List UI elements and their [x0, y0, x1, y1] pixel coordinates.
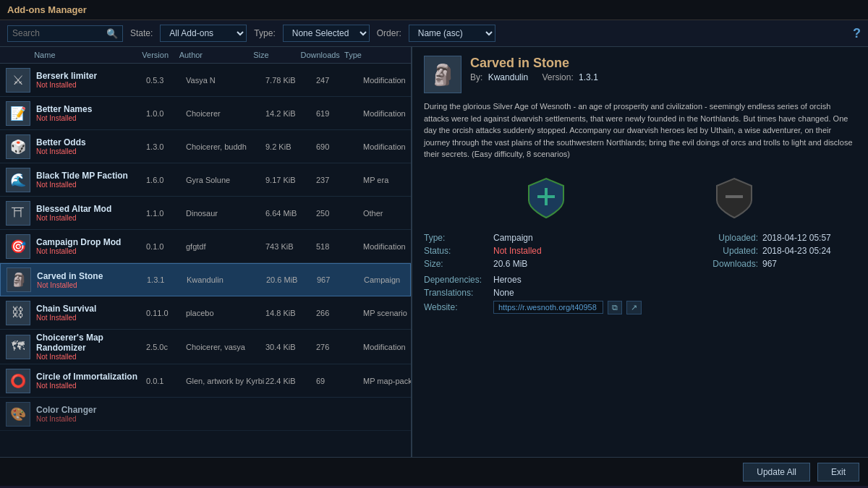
addon-status: Not Installed: [36, 247, 146, 255]
addon-author: Vasya N: [186, 76, 265, 85]
addon-type: MP scenario: [363, 309, 411, 317]
addon-downloads: 266: [316, 309, 363, 317]
detail-panel: 🗿 Carved in Stone By: Kwandulin Version:…: [412, 47, 868, 457]
addon-name: Chain Survival: [36, 304, 146, 314]
addon-downloads: 69: [316, 377, 363, 385]
addon-status: Not Installed: [37, 281, 147, 289]
addon-author: Choicerer: [186, 109, 265, 118]
update-all-button[interactable]: Update All: [743, 463, 810, 481]
addon-row[interactable]: ⚔ Berserk limiter Not Installed 0.5.3 Va…: [0, 64, 411, 97]
addon-name: Campaign Drop Mod: [36, 237, 146, 247]
addon-size: 743 KiB: [265, 242, 316, 251]
addon-type: Campaign: [364, 275, 411, 284]
toolbar: 🔍 State: All Add-ons Type: None Selected…: [0, 20, 868, 47]
website-label: Website:: [424, 302, 489, 312]
exit-button[interactable]: Exit: [817, 463, 859, 481]
addon-name-cell: Blessed Altar Mod Not Installed: [36, 204, 146, 222]
title-bar: Add-ons Manager: [0, 0, 868, 20]
website-input[interactable]: [493, 301, 603, 314]
addon-version: 1.0.0: [146, 109, 186, 118]
addon-name-cell: Better Names Not Installed: [36, 104, 146, 122]
addon-size: 22.4 KiB: [265, 377, 316, 385]
search-input[interactable]: [12, 28, 106, 38]
addon-name: Circle of Immortalization: [36, 372, 146, 382]
addon-version: 1.3.1: [147, 275, 187, 284]
addon-icon: ⛩: [6, 201, 30, 226]
install-button[interactable]: +: [524, 176, 568, 220]
addon-version: 0.11.0: [146, 309, 186, 317]
downloads-value: 967: [762, 259, 856, 269]
order-label: Order:: [377, 28, 401, 38]
addon-icon: 🎯: [6, 234, 30, 259]
uninstall-button[interactable]: [712, 176, 756, 220]
addon-name: Carved in Stone: [37, 271, 147, 281]
bottom-bar: Update All Exit: [0, 457, 868, 486]
dependencies-label: Dependencies:: [424, 275, 489, 285]
updated-value: 2018-04-23 05:24: [762, 246, 856, 256]
downloads-label: Downloads:: [712, 259, 758, 269]
addon-row[interactable]: 🗺 Choicerer's Map Randomizer Not Install…: [0, 330, 411, 364]
addon-icon: 📝: [6, 101, 30, 126]
addon-author: Gyra Solune: [186, 176, 265, 184]
addon-icon: 🗺: [6, 335, 30, 359]
addon-downloads: 690: [316, 142, 363, 151]
addon-downloads: 518: [316, 242, 363, 251]
addon-type: Modification: [363, 343, 411, 351]
addon-size: 9.17 KiB: [265, 176, 316, 184]
addon-type: Modification: [363, 142, 411, 151]
translations-label: Translations:: [424, 288, 489, 298]
col-header-size: Size: [253, 51, 300, 59]
search-icon[interactable]: 🔍: [106, 28, 118, 39]
addon-name: Berserk limiter: [36, 71, 146, 81]
addon-icon: 🗿: [7, 267, 31, 292]
addon-row[interactable]: 🗿 Carved in Stone Not Installed 1.3.1 Kw…: [0, 263, 411, 296]
uploaded-row: Uploaded: 2018-04-12 05:57: [656, 233, 856, 243]
list-header: Name Version Author Size Downloads Type: [0, 47, 411, 64]
addon-icon: 🎲: [6, 134, 30, 159]
addon-version: 0.0.1: [146, 377, 186, 385]
addon-downloads: 619: [316, 109, 363, 118]
addon-size: 14.8 KiB: [265, 309, 316, 317]
addon-name: Better Odds: [36, 137, 146, 147]
addon-name-cell: Better Odds Not Installed: [36, 137, 146, 155]
help-button[interactable]: ?: [853, 26, 861, 41]
addon-row[interactable]: ⛓ Chain Survival Not Installed 0.11.0 pl…: [0, 296, 411, 330]
addon-row[interactable]: 🌊 Black Tide MP Faction Not Installed 1.…: [0, 163, 411, 197]
type-select[interactable]: None Selected: [283, 25, 370, 42]
addon-downloads: 276: [316, 343, 363, 351]
addon-name-cell: Berserk limiter Not Installed: [36, 71, 146, 89]
website-row: Website: ⧉ ↗: [424, 301, 642, 314]
addon-row[interactable]: 📝 Better Names Not Installed 1.0.0 Choic…: [0, 97, 411, 130]
addon-status: Not Installed: [36, 181, 146, 189]
addon-name-cell: Choicerer's Map Randomizer Not Installed: [36, 333, 146, 361]
search-box[interactable]: 🔍: [7, 25, 123, 42]
state-select[interactable]: All Add-ons: [160, 25, 247, 42]
state-label: State:: [130, 28, 153, 38]
addon-row[interactable]: 🎯 Campaign Drop Mod Not Installed 0.1.0 …: [0, 230, 411, 263]
addon-size: 6.64 MiB: [265, 209, 316, 218]
website-copy-button[interactable]: ⧉: [608, 301, 622, 314]
addon-downloads: 967: [317, 275, 364, 284]
addon-row[interactable]: ⛩ Blessed Altar Mod Not Installed 1.1.0 …: [0, 197, 411, 230]
type-label: Type:: [424, 233, 489, 243]
addon-row[interactable]: ⭕ Circle of Immortalization Not Installe…: [0, 364, 411, 398]
addon-size: 30.4 KiB: [265, 343, 316, 351]
size-value: 20.6 MiB: [493, 259, 527, 269]
addon-icon: ⭕: [6, 369, 30, 393]
addon-name: Black Tide MP Faction: [36, 171, 146, 181]
addon-row[interactable]: 🎲 Better Odds Not Installed 1.3.0 Choice…: [0, 130, 411, 163]
addon-status: Not Installed: [36, 214, 146, 222]
addon-status: Not Installed: [36, 81, 146, 89]
detail-by-label: By:: [470, 72, 482, 82]
addon-name: Color Changer: [36, 405, 146, 415]
detail-icon: 🗿: [424, 56, 461, 93]
addon-row[interactable]: 🎨 Color Changer Not Installed +: [0, 398, 411, 431]
col-header-version: Version: [142, 51, 179, 59]
addon-status: Not Installed: [36, 382, 146, 390]
website-open-button[interactable]: ↗: [626, 301, 642, 314]
order-select[interactable]: Name (asc): [409, 25, 495, 42]
detail-version-label: Version:: [542, 72, 573, 82]
detail-title: Carved in Stone: [470, 56, 598, 71]
addon-type: Other: [363, 209, 411, 218]
addon-type: Modification: [363, 76, 411, 85]
